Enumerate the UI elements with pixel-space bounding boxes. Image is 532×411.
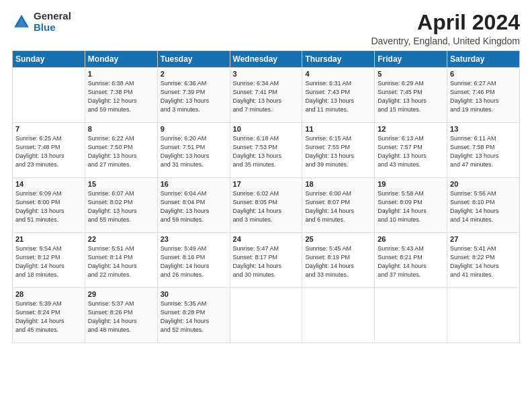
day-info: Sunrise: 6:07 AM Sunset: 8:02 PM Dayligh… [88, 189, 154, 224]
calendar-cell: 23Sunrise: 5:49 AM Sunset: 8:16 PM Dayli… [157, 233, 230, 288]
calendar-cell: 24Sunrise: 5:47 AM Sunset: 8:17 PM Dayli… [230, 233, 302, 288]
day-info: Sunrise: 6:38 AM Sunset: 7:38 PM Dayligh… [88, 79, 154, 114]
week-row-4: 21Sunrise: 5:54 AM Sunset: 8:12 PM Dayli… [13, 233, 520, 288]
calendar-cell: 14Sunrise: 6:09 AM Sunset: 8:00 PM Dayli… [13, 178, 85, 233]
day-number: 18 [305, 180, 371, 188]
logo: General Blue [12, 11, 71, 33]
week-row-3: 14Sunrise: 6:09 AM Sunset: 8:00 PM Dayli… [13, 178, 520, 233]
day-info: Sunrise: 6:29 AM Sunset: 7:45 PM Dayligh… [378, 79, 444, 114]
day-number: 4 [305, 70, 371, 78]
day-info: Sunrise: 6:13 AM Sunset: 7:57 PM Dayligh… [378, 134, 444, 169]
day-number: 30 [161, 290, 227, 298]
logo-blue: Blue [34, 22, 71, 34]
day-number: 15 [88, 180, 154, 188]
day-info: Sunrise: 5:37 AM Sunset: 8:26 PM Dayligh… [88, 300, 154, 334]
calendar-cell: 8Sunrise: 6:22 AM Sunset: 7:50 PM Daylig… [85, 123, 157, 178]
day-info: Sunrise: 6:22 AM Sunset: 7:50 PM Dayligh… [88, 134, 154, 169]
logo-text: General Blue [34, 11, 71, 33]
day-number: 17 [233, 180, 300, 188]
day-number: 14 [15, 180, 82, 188]
calendar-cell [302, 288, 375, 343]
header-cell-sunday: Sunday [13, 51, 85, 68]
header-cell-thursday: Thursday [302, 51, 375, 68]
calendar-cell: 3Sunrise: 6:34 AM Sunset: 7:41 PM Daylig… [230, 68, 302, 123]
day-info: Sunrise: 5:56 AM Sunset: 8:10 PM Dayligh… [450, 189, 517, 224]
header-row: SundayMondayTuesdayWednesdayThursdayFrid… [13, 51, 520, 68]
day-number: 8 [88, 125, 154, 133]
day-info: Sunrise: 6:31 AM Sunset: 7:43 PM Dayligh… [305, 79, 371, 114]
day-info: Sunrise: 6:04 AM Sunset: 8:04 PM Dayligh… [161, 189, 227, 224]
day-info: Sunrise: 6:00 AM Sunset: 8:07 PM Dayligh… [305, 189, 371, 224]
week-row-5: 28Sunrise: 5:39 AM Sunset: 8:24 PM Dayli… [13, 288, 520, 343]
day-number: 11 [305, 125, 371, 133]
calendar-cell: 4Sunrise: 6:31 AM Sunset: 7:43 PM Daylig… [302, 68, 375, 123]
week-row-2: 7Sunrise: 6:25 AM Sunset: 7:48 PM Daylig… [13, 123, 520, 178]
calendar-cell: 6Sunrise: 6:27 AM Sunset: 7:46 PM Daylig… [447, 68, 520, 123]
header-cell-monday: Monday [85, 51, 157, 68]
calendar-cell: 20Sunrise: 5:56 AM Sunset: 8:10 PM Dayli… [447, 178, 520, 233]
day-info: Sunrise: 6:11 AM Sunset: 7:58 PM Dayligh… [450, 134, 517, 169]
calendar-table: SundayMondayTuesdayWednesdayThursdayFrid… [12, 50, 520, 343]
day-info: Sunrise: 6:18 AM Sunset: 7:53 PM Dayligh… [233, 134, 300, 169]
calendar-cell: 25Sunrise: 5:45 AM Sunset: 8:19 PM Dayli… [302, 233, 375, 288]
day-info: Sunrise: 5:41 AM Sunset: 8:22 PM Dayligh… [450, 244, 517, 279]
calendar-cell: 11Sunrise: 6:15 AM Sunset: 7:55 PM Dayli… [302, 123, 375, 178]
calendar-cell: 28Sunrise: 5:39 AM Sunset: 8:24 PM Dayli… [13, 288, 85, 343]
day-info: Sunrise: 6:02 AM Sunset: 8:05 PM Dayligh… [233, 189, 300, 224]
header-cell-tuesday: Tuesday [157, 51, 230, 68]
calendar-header: SundayMondayTuesdayWednesdayThursdayFrid… [13, 51, 520, 68]
day-number: 29 [88, 290, 154, 298]
day-number: 2 [161, 70, 227, 78]
day-info: Sunrise: 6:25 AM Sunset: 7:48 PM Dayligh… [15, 134, 82, 169]
day-number: 3 [233, 70, 300, 78]
day-number: 9 [161, 125, 227, 133]
calendar-cell: 1Sunrise: 6:38 AM Sunset: 7:38 PM Daylig… [85, 68, 157, 123]
calendar-cell [375, 288, 447, 343]
calendar-cell: 10Sunrise: 6:18 AM Sunset: 7:53 PM Dayli… [230, 123, 302, 178]
calendar-cell: 22Sunrise: 5:51 AM Sunset: 8:14 PM Dayli… [85, 233, 157, 288]
calendar-cell [230, 288, 302, 343]
calendar-cell: 21Sunrise: 5:54 AM Sunset: 8:12 PM Dayli… [13, 233, 85, 288]
day-number: 13 [450, 125, 517, 133]
calendar-body: 1Sunrise: 6:38 AM Sunset: 7:38 PM Daylig… [13, 68, 520, 343]
header-cell-friday: Friday [375, 51, 447, 68]
day-number: 21 [15, 235, 82, 243]
page: General Blue April 2024 Daventry, Englan… [0, 0, 532, 411]
day-number: 20 [450, 180, 517, 188]
day-info: Sunrise: 5:49 AM Sunset: 8:16 PM Dayligh… [161, 244, 227, 279]
calendar-cell: 12Sunrise: 6:13 AM Sunset: 7:57 PM Dayli… [375, 123, 447, 178]
day-number: 26 [378, 235, 444, 243]
day-number: 10 [233, 125, 300, 133]
day-info: Sunrise: 5:54 AM Sunset: 8:12 PM Dayligh… [15, 244, 82, 279]
day-number: 19 [378, 180, 444, 188]
calendar-cell [13, 68, 85, 123]
day-number: 1 [88, 70, 154, 78]
day-number: 6 [450, 70, 517, 78]
day-number: 23 [161, 235, 227, 243]
day-number: 22 [88, 235, 154, 243]
header: General Blue April 2024 Daventry, Englan… [12, 11, 520, 46]
calendar-cell: 17Sunrise: 6:02 AM Sunset: 8:05 PM Dayli… [230, 178, 302, 233]
header-cell-wednesday: Wednesday [230, 51, 302, 68]
calendar-cell: 27Sunrise: 5:41 AM Sunset: 8:22 PM Dayli… [447, 233, 520, 288]
logo-general: General [34, 11, 71, 22]
location: Daventry, England, United Kingdom [371, 36, 520, 46]
week-row-1: 1Sunrise: 6:38 AM Sunset: 7:38 PM Daylig… [13, 68, 520, 123]
day-number: 27 [450, 235, 517, 243]
calendar-cell: 29Sunrise: 5:37 AM Sunset: 8:26 PM Dayli… [85, 288, 157, 343]
day-number: 28 [15, 290, 82, 298]
logo-icon [12, 13, 31, 32]
day-info: Sunrise: 6:27 AM Sunset: 7:46 PM Dayligh… [450, 79, 517, 114]
calendar-cell: 30Sunrise: 5:35 AM Sunset: 8:28 PM Dayli… [157, 288, 230, 343]
calendar-cell: 15Sunrise: 6:07 AM Sunset: 8:02 PM Dayli… [85, 178, 157, 233]
calendar-cell: 7Sunrise: 6:25 AM Sunset: 7:48 PM Daylig… [13, 123, 85, 178]
calendar-cell: 5Sunrise: 6:29 AM Sunset: 7:45 PM Daylig… [375, 68, 447, 123]
day-info: Sunrise: 6:34 AM Sunset: 7:41 PM Dayligh… [233, 79, 300, 114]
calendar-cell: 16Sunrise: 6:04 AM Sunset: 8:04 PM Dayli… [157, 178, 230, 233]
day-info: Sunrise: 5:45 AM Sunset: 8:19 PM Dayligh… [305, 244, 371, 279]
day-info: Sunrise: 5:43 AM Sunset: 8:21 PM Dayligh… [378, 244, 444, 279]
day-number: 16 [161, 180, 227, 188]
header-cell-saturday: Saturday [447, 51, 520, 68]
calendar-cell: 19Sunrise: 5:58 AM Sunset: 8:09 PM Dayli… [375, 178, 447, 233]
calendar-cell: 13Sunrise: 6:11 AM Sunset: 7:58 PM Dayli… [447, 123, 520, 178]
